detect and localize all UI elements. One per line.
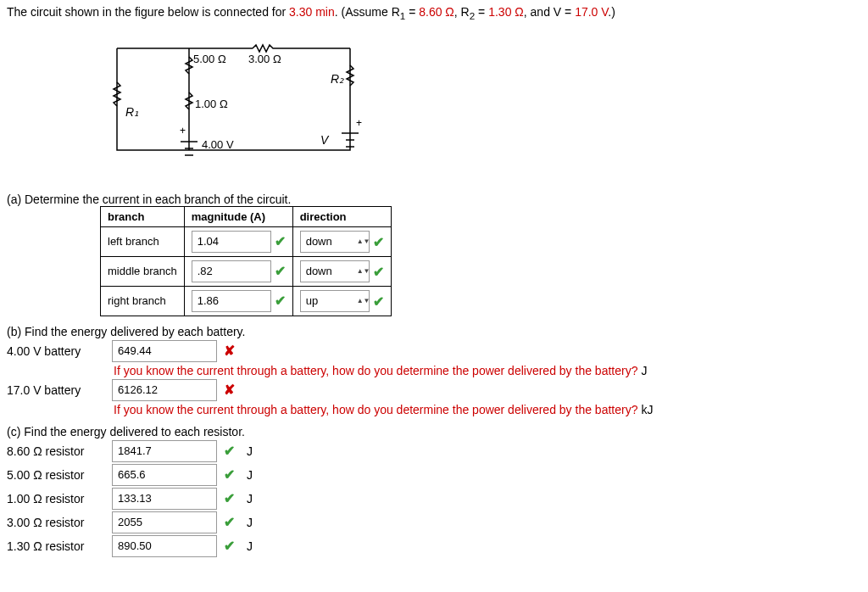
- resistor-label: 8.60 Ω resistor: [7, 444, 108, 458]
- list-item: 3.00 Ω resistor 2055 ✔ J: [7, 511, 861, 533]
- unit: J: [247, 492, 253, 505]
- cross-icon: ✘: [224, 382, 235, 398]
- check-icon: ✔: [224, 514, 235, 530]
- col-branch: branch: [101, 206, 185, 226]
- battery-label: 17.0 V battery: [7, 383, 108, 397]
- part-b-prompt: (b) Find the energy delivered by each ba…: [7, 325, 861, 338]
- chevron-updown-icon: ▲▼: [357, 265, 365, 277]
- check-icon: ✔: [373, 293, 384, 310]
- battery-label: 4.00 V battery: [7, 344, 108, 358]
- resistor-label: 3.00 Ω resistor: [7, 516, 108, 529]
- resistor-label: 5.00 Ω resistor: [7, 468, 108, 482]
- check-icon: ✔: [224, 538, 235, 554]
- list-item: 1.00 Ω resistor 133.13 ✔ J: [7, 488, 861, 510]
- unit: J: [247, 444, 253, 458]
- check-icon: ✔: [275, 263, 286, 279]
- energy-input[interactable]: 2055: [112, 511, 217, 533]
- part-b: (b) Find the energy delivered by each ba…: [7, 325, 861, 416]
- energy-input[interactable]: 1841.7: [112, 440, 217, 462]
- unit: J: [247, 468, 253, 482]
- part-a-table: branch magnitude (A) direction left bran…: [100, 206, 392, 316]
- chevron-updown-icon: ▲▼: [357, 236, 365, 248]
- label-1ohm: 1.00 Ω: [195, 98, 228, 110]
- unit: J: [247, 516, 253, 529]
- energy-input[interactable]: 665.6: [112, 464, 217, 486]
- hint-text: If you know the current through a batter…: [114, 403, 637, 416]
- cross-icon: ✘: [224, 343, 235, 359]
- check-icon: ✔: [275, 233, 286, 249]
- unit: J: [641, 364, 647, 377]
- col-direction: direction: [292, 206, 391, 226]
- part-a-prompt: (a) Determine the current in each branch…: [7, 193, 861, 206]
- check-icon: ✔: [373, 264, 384, 280]
- unit: kJ: [641, 403, 653, 416]
- label-4v: 4.00 V: [202, 138, 234, 151]
- energy-input[interactable]: 890.50: [112, 535, 217, 557]
- part-c-prompt: (c) Find the energy delivered to each re…: [7, 425, 861, 438]
- unit: J: [247, 539, 253, 553]
- label-3ohm: 3.00 Ω: [248, 53, 281, 65]
- magnitude-input[interactable]: .82: [192, 260, 271, 282]
- circuit-diagram: 5.00 Ω 3.00 Ω 1.00 Ω R₁ R₂ 4.00 V V + +: [100, 31, 371, 176]
- plus-left: +: [180, 125, 186, 137]
- label-v: V: [320, 133, 328, 147]
- col-magnitude: magnitude (A): [184, 206, 292, 226]
- chevron-updown-icon: ▲▼: [357, 295, 365, 307]
- magnitude-input[interactable]: 1.04: [192, 231, 271, 253]
- plus-right: +: [356, 117, 362, 129]
- branch-label: middle branch: [101, 256, 185, 286]
- check-icon: ✔: [373, 234, 384, 250]
- problem-statement: The circuit shown in the figure below is…: [7, 5, 861, 21]
- list-item: 8.60 Ω resistor 1841.7 ✔ J: [7, 440, 861, 462]
- resistor-label: 1.00 Ω resistor: [7, 492, 108, 505]
- part-c: (c) Find the energy delivered to each re…: [7, 425, 861, 557]
- label-r1: R₁: [125, 105, 139, 119]
- energy-input[interactable]: 6126.12: [112, 379, 217, 401]
- direction-select[interactable]: up▲▼: [300, 290, 370, 312]
- label-5ohm: 5.00 Ω: [193, 53, 226, 65]
- direction-select[interactable]: down▲▼: [300, 260, 370, 282]
- table-row: middle branch .82✔ down▲▼✔: [101, 256, 392, 286]
- branch-label: left branch: [101, 226, 185, 256]
- table-row: left branch 1.04✔ down▲▼✔: [101, 226, 392, 256]
- check-icon: ✔: [275, 293, 286, 309]
- hint-text: If you know the current through a batter…: [114, 364, 637, 377]
- label-r2: R₂: [331, 72, 344, 86]
- list-item: 1.30 Ω resistor 890.50 ✔ J: [7, 535, 861, 557]
- direction-select[interactable]: down▲▼: [300, 231, 370, 253]
- check-icon: ✔: [224, 443, 235, 459]
- check-icon: ✔: [224, 490, 235, 506]
- table-row: right branch 1.86✔ up▲▼✔: [101, 286, 392, 316]
- magnitude-input[interactable]: 1.86: [192, 290, 271, 312]
- energy-input[interactable]: 649.44: [112, 340, 217, 362]
- list-item: 5.00 Ω resistor 665.6 ✔ J: [7, 464, 861, 486]
- check-icon: ✔: [224, 466, 235, 483]
- resistor-label: 1.30 Ω resistor: [7, 539, 108, 553]
- branch-label: right branch: [101, 286, 185, 316]
- energy-input[interactable]: 133.13: [112, 488, 217, 510]
- part-a: (a) Determine the current in each branch…: [7, 193, 861, 316]
